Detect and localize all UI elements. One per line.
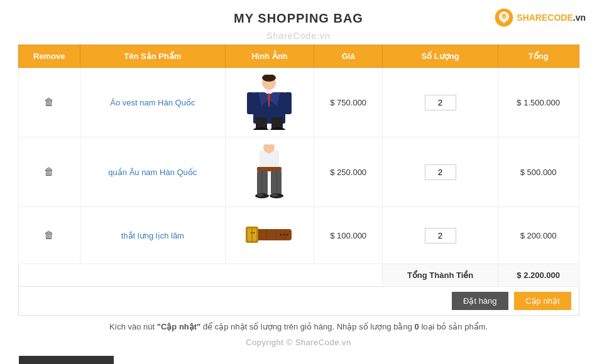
copyright-text: Copyright © ShareCode.vn <box>0 334 597 353</box>
table-row: 🗑 Áo vest nam Hàn Quốc <box>18 68 579 137</box>
svg-point-26 <box>271 194 278 196</box>
total-value: $ 2.200.000 <box>498 264 579 287</box>
info-text-part1: Kích vào nút <box>109 322 157 331</box>
product-price-1: $ 750.000 <box>314 68 383 137</box>
svg-point-39 <box>286 233 288 236</box>
col-total: Tổng <box>498 45 579 68</box>
product-image-cell-1 <box>225 68 314 137</box>
total-row: Tổng Thành Tiền $ 2.200.000 <box>18 264 579 287</box>
product-link-2[interactable]: quần Âu nam Hàn Quốc <box>108 168 197 177</box>
svg-point-37 <box>280 233 282 236</box>
svg-rect-18 <box>257 167 282 171</box>
qty-input-3[interactable] <box>425 228 456 244</box>
product-image-cell-3 <box>225 207 314 264</box>
cart-table: Remove Tên Sản Phẩm Hình Ảnh Giá Số Lượn… <box>18 45 579 316</box>
info-text-bold2: 0 <box>415 322 419 331</box>
info-text-part3: loại bỏ sản phẩm. <box>419 322 488 331</box>
remove-icon-2[interactable]: 🗑 <box>44 166 54 177</box>
qty-input-2[interactable] <box>425 164 456 180</box>
remove-cell-2: 🗑 <box>18 137 80 207</box>
logo: SC SHARECODE.vn <box>494 8 586 28</box>
remove-cell-1: 🗑 <box>18 68 80 137</box>
qty-input-1[interactable] <box>425 95 456 110</box>
table-row: 🗑 thắt lưng lịch lãm <box>18 207 579 264</box>
total-label: Tổng Thành Tiền <box>383 264 498 287</box>
product-image-3 <box>244 213 295 257</box>
col-name: Tên Sản Phẩm <box>80 45 226 68</box>
remove-cell-3: 🗑 <box>18 207 80 264</box>
product-name-3: thắt lưng lịch lãm <box>80 207 226 264</box>
table-row: 🗑 quần Âu nam Hàn Quốc <box>18 137 579 207</box>
action-row: Đặt hàng Cập nhật <box>18 287 579 316</box>
product-total-1: $ 1.500.000 <box>498 68 579 137</box>
info-text: Kích vào nút "Cập nhật" để cập nhật số l… <box>0 316 597 334</box>
watermark: ShareCode.vn <box>0 31 597 45</box>
product-qty-cell-3[interactable] <box>383 207 498 264</box>
product-link-3[interactable]: thắt lưng lịch lãm <box>121 231 184 240</box>
update-button[interactable]: Cập nhật <box>514 292 571 310</box>
product-link-1[interactable]: Áo vest nam Hàn Quốc <box>110 98 195 107</box>
svg-text:SC: SC <box>501 15 507 19</box>
svg-rect-8 <box>247 92 255 114</box>
product-price-2: $ 250.000 <box>314 137 383 207</box>
product-total-2: $ 500.000 <box>498 137 579 207</box>
product-name-2: quần Âu nam Hàn Quốc <box>80 137 226 207</box>
svg-point-38 <box>283 233 285 236</box>
logo-icon: SC <box>494 8 514 28</box>
product-total-3: $ 200.000 <box>498 207 579 264</box>
remove-icon-1[interactable]: 🗑 <box>44 97 54 107</box>
back-to-shopping-button[interactable]: ‹ Back To Shopping <box>19 356 114 364</box>
product-image-cell-2 <box>225 137 314 207</box>
logo-text: SHARECODE.vn <box>517 13 586 23</box>
order-button[interactable]: Đặt hàng <box>452 292 508 310</box>
svg-rect-35 <box>251 228 253 241</box>
product-image-2 <box>244 144 295 200</box>
product-image-1 <box>244 74 295 131</box>
svg-rect-36 <box>250 232 255 233</box>
table-header-row: Remove Tên Sản Phẩm Hình Ảnh Giá Số Lượn… <box>18 45 579 68</box>
info-text-part2: để cập nhật số lượng trên giỏ hàng. Nhập… <box>200 322 414 331</box>
product-qty-cell-2[interactable] <box>383 137 498 207</box>
svg-point-25 <box>257 194 263 196</box>
product-name-1: Áo vest nam Hàn Quốc <box>80 68 226 137</box>
remove-icon-3[interactable]: 🗑 <box>44 230 54 240</box>
product-price-3: $ 100.000 <box>314 207 383 264</box>
svg-rect-9 <box>284 92 292 114</box>
col-price: Giá <box>314 45 383 68</box>
col-image: Hình Ảnh <box>225 45 314 68</box>
product-qty-cell-1[interactable] <box>383 68 498 137</box>
col-quantity: Số Lượng <box>383 45 498 68</box>
info-text-bold1: "Cập nhật" <box>157 322 200 331</box>
col-remove: Remove <box>18 45 80 68</box>
